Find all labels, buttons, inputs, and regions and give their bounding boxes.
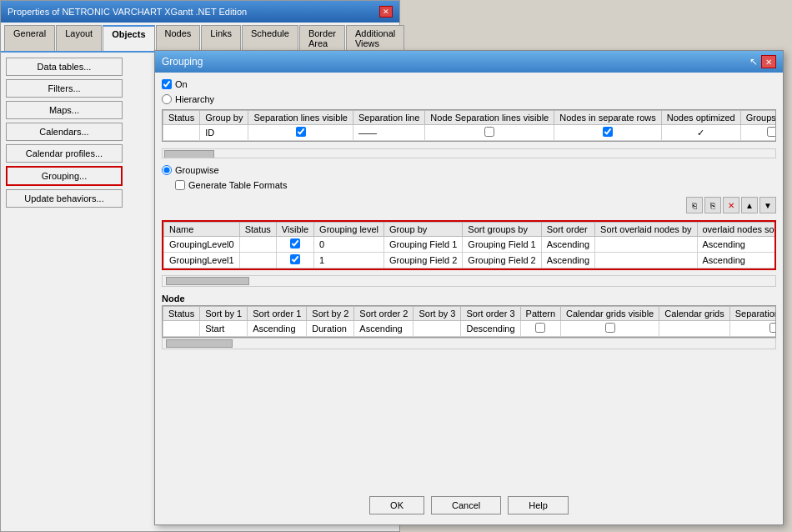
modal-title: Grouping <box>162 56 203 68</box>
data-tables-button[interactable]: Data tables... <box>6 58 123 76</box>
cell-sortorder1: Ascending <box>541 253 594 269</box>
col-sep-visible: Separation lines visible <box>248 111 353 125</box>
node-cell-calgrid <box>659 321 730 337</box>
table-row: GroupingLevel1 1 Grouping Field 2 Groupi… <box>164 253 777 269</box>
tab-layout[interactable]: Layout <box>56 25 102 51</box>
tab-objects[interactable]: Objects <box>103 25 154 51</box>
tabs-bar: General Layout Objects Nodes Links Sched… <box>1 23 399 53</box>
footer-row: OK Cancel Help <box>162 491 776 518</box>
node-table: Status Sort by 1 Sort order 1 Sort by 2 … <box>163 306 776 337</box>
node-col-sortorder2: Sort order 2 <box>354 307 414 321</box>
col-sep-line: Separation line <box>353 111 424 125</box>
cell-status1 <box>239 253 276 269</box>
col-nodes-rows: Nodes in separate rows <box>554 111 662 125</box>
node-col-sortby2: Sort by 2 <box>307 307 354 321</box>
modal-content: On Hierarchy Status Group by Separation … <box>155 73 783 524</box>
copy-icon[interactable]: ⎗ <box>686 197 703 213</box>
col-group-by2: Group by <box>384 223 463 237</box>
col-sort-order: Sort order <box>541 223 594 237</box>
scroll-bar-row <box>162 147 776 160</box>
groupwise-label: Groupwise <box>175 165 219 175</box>
on-checkbox[interactable] <box>162 79 172 89</box>
node-table-container: Status Sort by 1 Sort order 1 Sort by 2 … <box>162 305 776 338</box>
modal-close-button[interactable]: ✕ <box>761 55 776 68</box>
generate-table-row: Generate Table Formats <box>162 180 776 190</box>
paste-icon[interactable]: ⎘ <box>704 197 721 213</box>
cell-sep-line: —— <box>353 125 424 141</box>
cell-status <box>163 125 200 141</box>
cell-level1: 1 <box>314 253 384 269</box>
cell-overlaidorder0: Ascending <box>697 237 776 253</box>
cell-sep-vis <box>248 125 353 141</box>
grouping-levels-table: Name Status Visible Grouping level Group… <box>163 222 776 269</box>
node-cell-sortby1: Start <box>200 321 248 337</box>
node-scrollbar[interactable] <box>162 338 776 349</box>
node-cell-sortorder1: Ascending <box>248 321 307 337</box>
grouping-button[interactable]: Grouping... <box>6 166 123 186</box>
upper-table: Status Group by Separation lines visible… <box>163 110 776 141</box>
outer-close-button[interactable]: ✕ <box>379 6 393 18</box>
node-col-sortorder3: Sort order 3 <box>461 307 520 321</box>
hierarchy-radio[interactable] <box>162 94 172 104</box>
node-cell-seplines <box>729 321 776 337</box>
cell-groups-colla <box>740 125 776 141</box>
calendars-button[interactable]: Calendars... <box>6 123 123 141</box>
node-col-sortby3: Sort by 3 <box>414 307 461 321</box>
node-col-sortorder1: Sort order 1 <box>248 307 307 321</box>
cell-name1: GroupingLevel1 <box>164 253 240 269</box>
tab-schedule[interactable]: Schedule <box>242 25 298 51</box>
grouping-toolbar: ⎗ ⎘ ✕ ▲ ▼ <box>162 195 776 215</box>
table-row: GroupingLevel0 0 Grouping Field 1 Groupi… <box>164 237 777 253</box>
node-cell-sortorder2: Ascending <box>354 321 414 337</box>
help-button[interactable]: Help <box>508 496 569 514</box>
node-cell-pattern <box>520 321 560 337</box>
node-col-calgrid-vis: Calendar grids visible <box>561 307 659 321</box>
grouping-levels-table-container: Name Status Visible Grouping level Group… <box>162 220 776 270</box>
cell-status0 <box>239 237 276 253</box>
up-icon[interactable]: ▲ <box>741 197 758 213</box>
tab-additional-views[interactable]: Additional Views <box>346 25 404 51</box>
col-visible: Visible <box>276 223 313 237</box>
col-overlaid-sort: overlaid nodes sort order <box>697 223 776 237</box>
outer-title: Properties of NETRONIC VARCHART XGantt .… <box>8 7 247 17</box>
cell-sortorder0: Ascending <box>541 237 594 253</box>
outer-titlebar: Properties of NETRONIC VARCHART XGantt .… <box>1 1 399 23</box>
node-col-calgrid: Calendar grids <box>659 307 730 321</box>
col-nodes-opt: Nodes optimized <box>661 111 740 125</box>
update-behaviors-button[interactable]: Update behaviors... <box>6 189 123 208</box>
tab-links[interactable]: Links <box>201 25 241 51</box>
hierarchy-label: Hierarchy <box>175 94 214 104</box>
cell-sortgroups0: Grouping Field 1 <box>463 237 541 253</box>
grouping-modal: Grouping ↖ ✕ On Hierarchy Status Group b… <box>154 50 784 525</box>
col-name: Name <box>164 223 240 237</box>
cell-nodes-opt: ✓ <box>661 125 740 141</box>
cancel-button[interactable]: Cancel <box>431 496 501 514</box>
cell-sortoverlaid0 <box>595 237 697 253</box>
cell-overlaidorder1: Ascending <box>697 253 776 269</box>
node-section: Node Status Sort by 1 Sort order 1 Sort … <box>162 292 776 486</box>
table-row: ID —— ✓ <box>163 125 777 141</box>
node-cell-sortby2: Duration <box>307 321 354 337</box>
maps-button[interactable]: Maps... <box>6 101 123 119</box>
cell-node-sep <box>425 125 554 141</box>
delete-icon[interactable]: ✕ <box>723 197 739 213</box>
cell-groupby1: Grouping Field 2 <box>384 253 463 269</box>
cursor-icon: ↖ <box>749 56 758 68</box>
filters-button[interactable]: Filters... <box>6 79 123 98</box>
col-sort-groups-by: Sort groups by <box>463 223 541 237</box>
down-icon[interactable]: ▼ <box>759 197 776 213</box>
ok-button[interactable]: OK <box>369 496 424 514</box>
col-status: Status <box>163 111 200 125</box>
tab-general[interactable]: General <box>4 25 55 51</box>
node-cell-status <box>163 321 200 337</box>
groupwise-radio[interactable] <box>162 165 172 175</box>
calendar-profiles-button[interactable]: Calendar profiles... <box>6 144 123 163</box>
tab-nodes[interactable]: Nodes <box>156 25 201 51</box>
col-status2: Status <box>239 223 276 237</box>
grouping-scrollbar[interactable] <box>162 275 776 287</box>
cell-name0: GroupingLevel0 <box>164 237 240 253</box>
tab-border-area[interactable]: Border Area <box>299 25 345 51</box>
on-row: On <box>162 79 776 89</box>
generate-table-checkbox[interactable] <box>175 180 185 190</box>
cell-sortoverlaid1 <box>595 253 697 269</box>
